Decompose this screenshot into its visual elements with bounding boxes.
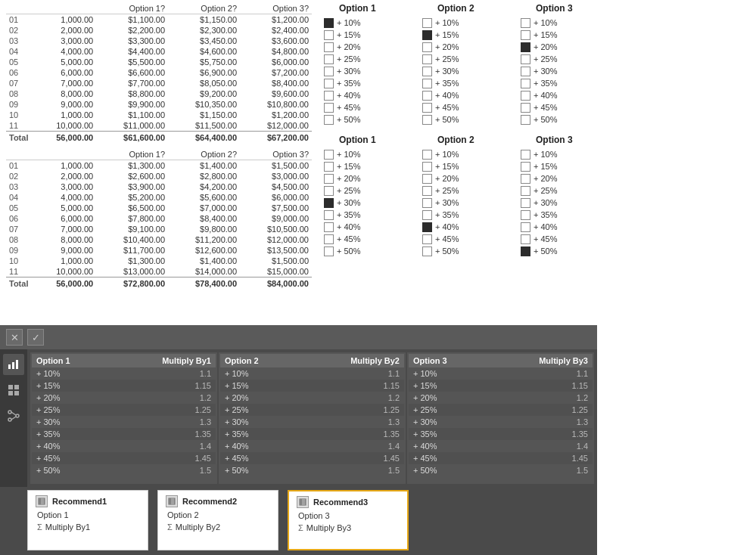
checkbox[interactable] xyxy=(324,174,334,184)
checkbox[interactable] xyxy=(422,79,432,88)
checkbox[interactable] xyxy=(324,210,334,220)
checkbox-row[interactable]: + 35% xyxy=(422,77,490,89)
checkbox-row[interactable]: + 45% xyxy=(324,101,392,113)
checkbox[interactable] xyxy=(422,162,432,172)
checkbox-row[interactable]: + 40% xyxy=(521,89,589,101)
cancel-button[interactable]: ✕ xyxy=(6,329,23,346)
checkbox-row[interactable]: + 20% xyxy=(324,41,392,53)
checkbox-row[interactable]: + 30% xyxy=(324,197,392,209)
checkbox-row[interactable]: + 50% xyxy=(324,113,392,126)
checkbox[interactable] xyxy=(422,67,432,76)
checkbox[interactable] xyxy=(521,210,530,220)
checkbox-row[interactable]: + 15% xyxy=(521,29,589,41)
checkbox-row[interactable]: + 50% xyxy=(422,113,490,126)
checkbox[interactable] xyxy=(324,198,334,208)
checkbox-row[interactable]: + 40% xyxy=(324,221,392,233)
checkbox-row[interactable]: + 35% xyxy=(521,209,589,221)
checkbox-row[interactable]: + 20% xyxy=(324,172,392,184)
checkbox[interactable] xyxy=(521,186,530,196)
grid-icon[interactable] xyxy=(3,380,24,401)
checkbox[interactable] xyxy=(324,115,334,125)
checkbox[interactable] xyxy=(521,18,530,28)
checkbox-row[interactable]: + 45% xyxy=(521,233,589,245)
connect-icon[interactable] xyxy=(3,405,24,426)
checkbox[interactable] xyxy=(521,30,530,40)
checkbox-row[interactable]: + 15% xyxy=(324,29,392,41)
checkbox-row[interactable]: + 45% xyxy=(422,101,490,113)
checkbox-row[interactable]: + 25% xyxy=(521,184,589,197)
checkbox[interactable] xyxy=(521,103,530,113)
checkbox[interactable] xyxy=(324,91,334,101)
checkbox[interactable] xyxy=(521,79,530,88)
checkbox-row[interactable]: + 10% xyxy=(521,148,589,160)
chart-icon[interactable] xyxy=(3,354,24,375)
checkbox[interactable] xyxy=(521,91,530,101)
recommend-card[interactable]: Recommend3 Option 3 ΣMultiply By3 xyxy=(288,490,409,550)
checkbox[interactable] xyxy=(324,103,334,113)
recommend-card[interactable]: Recommend2 Option 2 ΣMultiply By2 xyxy=(157,490,278,550)
checkbox[interactable] xyxy=(521,42,530,52)
checkbox-row[interactable]: + 30% xyxy=(521,197,589,209)
checkbox-row[interactable]: + 30% xyxy=(521,65,589,77)
checkbox[interactable] xyxy=(422,246,432,256)
checkbox[interactable] xyxy=(521,54,530,64)
checkbox[interactable] xyxy=(422,30,432,40)
checkbox-row[interactable]: + 15% xyxy=(324,160,392,172)
checkbox[interactable] xyxy=(324,246,334,256)
checkbox-row[interactable]: + 25% xyxy=(422,184,490,197)
checkbox[interactable] xyxy=(422,150,432,160)
checkbox-row[interactable]: + 40% xyxy=(422,221,490,233)
checkbox-row[interactable]: + 45% xyxy=(521,101,589,113)
checkbox[interactable] xyxy=(324,222,334,232)
checkbox[interactable] xyxy=(422,210,432,220)
checkbox[interactable] xyxy=(324,18,334,28)
checkbox-row[interactable]: + 15% xyxy=(422,29,490,41)
checkbox-row[interactable]: + 45% xyxy=(324,233,392,245)
checkbox[interactable] xyxy=(422,174,432,184)
checkbox[interactable] xyxy=(521,234,530,244)
checkbox[interactable] xyxy=(521,174,530,184)
checkbox[interactable] xyxy=(521,150,530,160)
checkbox-row[interactable]: + 40% xyxy=(324,89,392,101)
checkbox[interactable] xyxy=(422,42,432,52)
checkbox-row[interactable]: + 40% xyxy=(521,221,589,233)
checkbox-row[interactable]: + 35% xyxy=(422,209,490,221)
checkbox[interactable] xyxy=(422,234,432,244)
checkbox-row[interactable]: + 50% xyxy=(324,245,392,257)
checkbox[interactable] xyxy=(422,54,432,64)
checkbox[interactable] xyxy=(324,30,334,40)
checkbox-row[interactable]: + 35% xyxy=(324,77,392,89)
checkbox[interactable] xyxy=(422,222,432,232)
checkbox[interactable] xyxy=(324,42,334,52)
checkbox[interactable] xyxy=(521,198,530,208)
checkbox-row[interactable]: + 10% xyxy=(324,148,392,160)
checkbox-row[interactable]: + 35% xyxy=(324,209,392,221)
checkbox[interactable] xyxy=(521,222,530,232)
checkbox[interactable] xyxy=(521,162,530,172)
checkbox[interactable] xyxy=(324,79,334,88)
checkbox-row[interactable]: + 20% xyxy=(521,41,589,53)
checkbox-row[interactable]: + 15% xyxy=(422,160,490,172)
recommend-card[interactable]: Recommend1 Option 1 ΣMultiply By1 xyxy=(27,490,148,550)
checkbox-row[interactable]: + 50% xyxy=(521,113,589,126)
checkbox[interactable] xyxy=(422,198,432,208)
checkbox[interactable] xyxy=(324,186,334,196)
checkbox-row[interactable]: + 25% xyxy=(324,53,392,65)
checkbox-row[interactable]: + 15% xyxy=(521,160,589,172)
checkbox[interactable] xyxy=(422,186,432,196)
checkbox[interactable] xyxy=(422,91,432,101)
checkbox-row[interactable]: + 50% xyxy=(422,245,490,257)
checkbox-row[interactable]: + 20% xyxy=(422,41,490,53)
checkbox-row[interactable]: + 25% xyxy=(324,184,392,197)
checkbox-row[interactable]: + 30% xyxy=(324,65,392,77)
checkbox[interactable] xyxy=(422,103,432,113)
checkbox[interactable] xyxy=(422,18,432,28)
checkbox[interactable] xyxy=(324,54,334,64)
checkbox-row[interactable]: + 45% xyxy=(422,233,490,245)
checkbox-row[interactable]: + 20% xyxy=(521,172,589,184)
checkbox-row[interactable]: + 10% xyxy=(422,148,490,160)
checkbox[interactable] xyxy=(521,115,530,125)
checkbox-row[interactable]: + 30% xyxy=(422,197,490,209)
checkbox[interactable] xyxy=(324,234,334,244)
checkbox[interactable] xyxy=(521,246,530,256)
